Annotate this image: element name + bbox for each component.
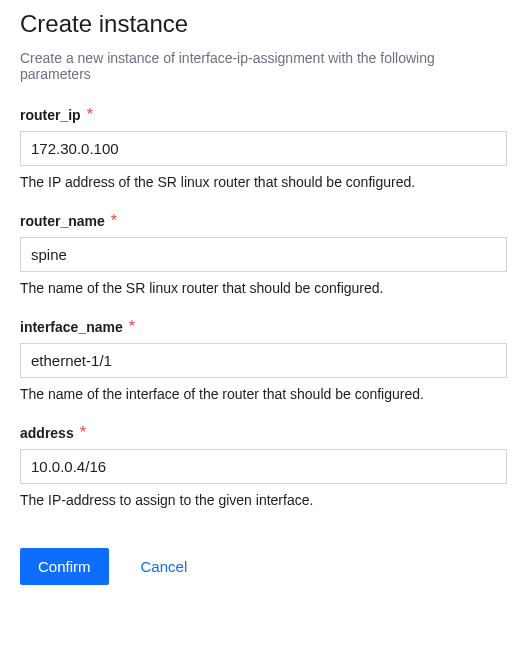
router-name-input[interactable] xyxy=(20,237,507,272)
label-text: address xyxy=(20,425,74,441)
label-text: router_name xyxy=(20,213,105,229)
page-title: Create instance xyxy=(20,10,507,38)
field-label-address: address* xyxy=(20,424,86,441)
field-hint-router-name: The name of the SR linux router that sho… xyxy=(20,280,507,296)
cancel-button[interactable]: Cancel xyxy=(133,548,196,585)
field-hint-interface-name: The name of the interface of the router … xyxy=(20,386,507,402)
page-subtitle: Create a new instance of interface-ip-as… xyxy=(20,50,507,82)
interface-name-input[interactable] xyxy=(20,343,507,378)
required-icon: * xyxy=(129,318,135,335)
field-group-interface-name: interface_name* The name of the interfac… xyxy=(20,318,507,402)
label-text: router_ip xyxy=(20,107,81,123)
field-label-interface-name: interface_name* xyxy=(20,318,135,335)
router-ip-input[interactable] xyxy=(20,131,507,166)
field-group-router-ip: router_ip* The IP address of the SR linu… xyxy=(20,106,507,190)
required-icon: * xyxy=(111,212,117,229)
field-hint-address: The IP-address to assign to the given in… xyxy=(20,492,507,508)
field-hint-router-ip: The IP address of the SR linux router th… xyxy=(20,174,507,190)
field-label-router-ip: router_ip* xyxy=(20,106,93,123)
field-group-router-name: router_name* The name of the SR linux ro… xyxy=(20,212,507,296)
required-icon: * xyxy=(87,106,93,123)
field-label-router-name: router_name* xyxy=(20,212,117,229)
action-row: Confirm Cancel xyxy=(20,548,507,585)
label-text: interface_name xyxy=(20,319,123,335)
address-input[interactable] xyxy=(20,449,507,484)
required-icon: * xyxy=(80,424,86,441)
confirm-button[interactable]: Confirm xyxy=(20,548,109,585)
field-group-address: address* The IP-address to assign to the… xyxy=(20,424,507,508)
